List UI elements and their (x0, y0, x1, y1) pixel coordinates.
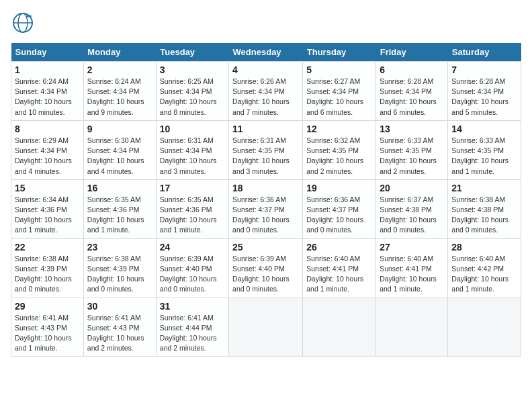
day-number: 8 (15, 124, 80, 134)
day-number: 13 (380, 124, 444, 134)
day-info: Sunrise: 6:39 AM Sunset: 4:40 PM Dayligh… (232, 254, 299, 295)
calendar-cell: 22 Sunrise: 6:38 AM Sunset: 4:39 PM Dayl… (11, 238, 84, 298)
day-number: 20 (380, 183, 444, 193)
calendar-cell: 15 Sunrise: 6:34 AM Sunset: 4:36 PM Dayl… (11, 179, 84, 238)
calendar-cell: 2 Sunrise: 6:24 AM Sunset: 4:34 PM Dayli… (83, 62, 156, 121)
day-info: Sunrise: 6:36 AM Sunset: 4:37 PM Dayligh… (232, 195, 299, 236)
page-header (11, 11, 521, 35)
calendar-cell: 27 Sunrise: 6:40 AM Sunset: 4:41 PM Dayl… (376, 238, 448, 298)
day-number: 21 (451, 183, 517, 193)
calendar-week-row: 8 Sunrise: 6:29 AM Sunset: 4:34 PM Dayli… (11, 120, 521, 179)
calendar-cell: 5 Sunrise: 6:27 AM Sunset: 4:34 PM Dayli… (303, 62, 376, 121)
col-header-monday: Monday (83, 43, 156, 62)
day-number: 5 (306, 64, 372, 75)
day-number: 15 (15, 183, 80, 193)
calendar-cell: 25 Sunrise: 6:39 AM Sunset: 4:40 PM Dayl… (229, 238, 303, 298)
day-info: Sunrise: 6:28 AM Sunset: 4:34 PM Dayligh… (451, 77, 517, 118)
calendar-cell (303, 298, 376, 357)
day-number: 11 (232, 124, 299, 134)
day-info: Sunrise: 6:38 AM Sunset: 4:38 PM Dayligh… (451, 195, 517, 236)
calendar-cell: 23 Sunrise: 6:38 AM Sunset: 4:39 PM Dayl… (83, 238, 156, 298)
day-info: Sunrise: 6:33 AM Sunset: 4:35 PM Dayligh… (451, 136, 517, 177)
day-info: Sunrise: 6:41 AM Sunset: 4:43 PM Dayligh… (15, 313, 80, 354)
col-header-tuesday: Tuesday (156, 43, 228, 62)
calendar-cell: 17 Sunrise: 6:35 AM Sunset: 4:36 PM Dayl… (156, 179, 228, 238)
calendar-cell: 4 Sunrise: 6:26 AM Sunset: 4:34 PM Dayli… (229, 62, 303, 121)
day-info: Sunrise: 6:31 AM Sunset: 4:35 PM Dayligh… (232, 136, 299, 177)
day-number: 12 (306, 124, 372, 134)
day-number: 17 (160, 183, 225, 193)
day-info: Sunrise: 6:40 AM Sunset: 4:42 PM Dayligh… (451, 254, 517, 295)
calendar-cell: 12 Sunrise: 6:32 AM Sunset: 4:35 PM Dayl… (303, 120, 376, 179)
day-info: Sunrise: 6:39 AM Sunset: 4:40 PM Dayligh… (160, 254, 225, 295)
day-info: Sunrise: 6:36 AM Sunset: 4:37 PM Dayligh… (306, 195, 372, 236)
calendar-table: SundayMondayTuesdayWednesdayThursdayFrid… (11, 43, 521, 357)
calendar-cell (229, 298, 303, 357)
calendar-cell: 20 Sunrise: 6:37 AM Sunset: 4:38 PM Dayl… (376, 179, 448, 238)
day-info: Sunrise: 6:40 AM Sunset: 4:41 PM Dayligh… (306, 254, 372, 295)
day-info: Sunrise: 6:37 AM Sunset: 4:38 PM Dayligh… (380, 195, 444, 236)
day-info: Sunrise: 6:24 AM Sunset: 4:34 PM Dayligh… (15, 77, 80, 118)
logo (11, 11, 38, 35)
day-number: 29 (15, 301, 80, 312)
calendar-cell: 29 Sunrise: 6:41 AM Sunset: 4:43 PM Dayl… (11, 298, 84, 357)
day-info: Sunrise: 6:40 AM Sunset: 4:41 PM Dayligh… (380, 254, 444, 295)
day-info: Sunrise: 6:24 AM Sunset: 4:34 PM Dayligh… (87, 77, 152, 118)
col-header-thursday: Thursday (303, 43, 376, 62)
day-info: Sunrise: 6:41 AM Sunset: 4:43 PM Dayligh… (87, 313, 152, 354)
calendar-cell: 9 Sunrise: 6:30 AM Sunset: 4:34 PM Dayli… (83, 120, 156, 179)
day-number: 6 (380, 64, 444, 75)
calendar-cell: 8 Sunrise: 6:29 AM Sunset: 4:34 PM Dayli… (11, 120, 84, 179)
day-info: Sunrise: 6:27 AM Sunset: 4:34 PM Dayligh… (306, 77, 372, 118)
col-header-sunday: Sunday (11, 43, 84, 62)
day-number: 16 (87, 183, 152, 193)
calendar-week-row: 15 Sunrise: 6:34 AM Sunset: 4:36 PM Dayl… (11, 179, 521, 238)
day-number: 4 (232, 64, 299, 75)
day-number: 1 (15, 64, 80, 75)
calendar-cell: 21 Sunrise: 6:38 AM Sunset: 4:38 PM Dayl… (448, 179, 521, 238)
day-number: 25 (232, 242, 299, 253)
day-info: Sunrise: 6:35 AM Sunset: 4:36 PM Dayligh… (160, 195, 225, 236)
day-number: 3 (160, 64, 225, 75)
calendar-cell: 1 Sunrise: 6:24 AM Sunset: 4:34 PM Dayli… (11, 62, 84, 121)
calendar-cell (448, 298, 521, 357)
calendar-cell: 26 Sunrise: 6:40 AM Sunset: 4:41 PM Dayl… (303, 238, 376, 298)
day-number: 10 (160, 124, 225, 134)
calendar-week-row: 1 Sunrise: 6:24 AM Sunset: 4:34 PM Dayli… (11, 62, 521, 121)
day-number: 2 (87, 64, 152, 75)
day-number: 27 (380, 242, 444, 253)
calendar-cell: 7 Sunrise: 6:28 AM Sunset: 4:34 PM Dayli… (448, 62, 521, 121)
day-number: 28 (451, 242, 517, 253)
calendar-cell: 28 Sunrise: 6:40 AM Sunset: 4:42 PM Dayl… (448, 238, 521, 298)
day-number: 7 (451, 64, 517, 75)
day-info: Sunrise: 6:30 AM Sunset: 4:34 PM Dayligh… (87, 136, 152, 177)
day-info: Sunrise: 6:33 AM Sunset: 4:35 PM Dayligh… (380, 136, 444, 177)
day-info: Sunrise: 6:32 AM Sunset: 4:35 PM Dayligh… (306, 136, 372, 177)
calendar-cell: 24 Sunrise: 6:39 AM Sunset: 4:40 PM Dayl… (156, 238, 228, 298)
day-info: Sunrise: 6:31 AM Sunset: 4:34 PM Dayligh… (160, 136, 225, 177)
day-number: 14 (451, 124, 517, 134)
calendar-week-row: 22 Sunrise: 6:38 AM Sunset: 4:39 PM Dayl… (11, 238, 521, 298)
day-number: 19 (306, 183, 372, 193)
day-number: 22 (15, 242, 80, 253)
day-number: 23 (87, 242, 152, 253)
calendar-cell: 18 Sunrise: 6:36 AM Sunset: 4:37 PM Dayl… (229, 179, 303, 238)
day-number: 26 (306, 242, 372, 253)
calendar-week-row: 29 Sunrise: 6:41 AM Sunset: 4:43 PM Dayl… (11, 298, 521, 357)
day-info: Sunrise: 6:29 AM Sunset: 4:34 PM Dayligh… (15, 136, 80, 177)
calendar-cell (376, 298, 448, 357)
calendar-cell: 13 Sunrise: 6:33 AM Sunset: 4:35 PM Dayl… (376, 120, 448, 179)
day-number: 18 (232, 183, 299, 193)
day-info: Sunrise: 6:38 AM Sunset: 4:39 PM Dayligh… (15, 254, 80, 295)
day-number: 30 (87, 301, 152, 312)
day-number: 9 (87, 124, 152, 134)
calendar-cell: 11 Sunrise: 6:31 AM Sunset: 4:35 PM Dayl… (229, 120, 303, 179)
day-info: Sunrise: 6:35 AM Sunset: 4:36 PM Dayligh… (87, 195, 152, 236)
col-header-wednesday: Wednesday (229, 43, 303, 62)
col-header-friday: Friday (376, 43, 448, 62)
calendar-cell: 14 Sunrise: 6:33 AM Sunset: 4:35 PM Dayl… (448, 120, 521, 179)
calendar-cell: 10 Sunrise: 6:31 AM Sunset: 4:34 PM Dayl… (156, 120, 228, 179)
day-info: Sunrise: 6:25 AM Sunset: 4:34 PM Dayligh… (160, 77, 225, 118)
day-info: Sunrise: 6:41 AM Sunset: 4:44 PM Dayligh… (160, 313, 225, 354)
day-info: Sunrise: 6:34 AM Sunset: 4:36 PM Dayligh… (15, 195, 80, 236)
